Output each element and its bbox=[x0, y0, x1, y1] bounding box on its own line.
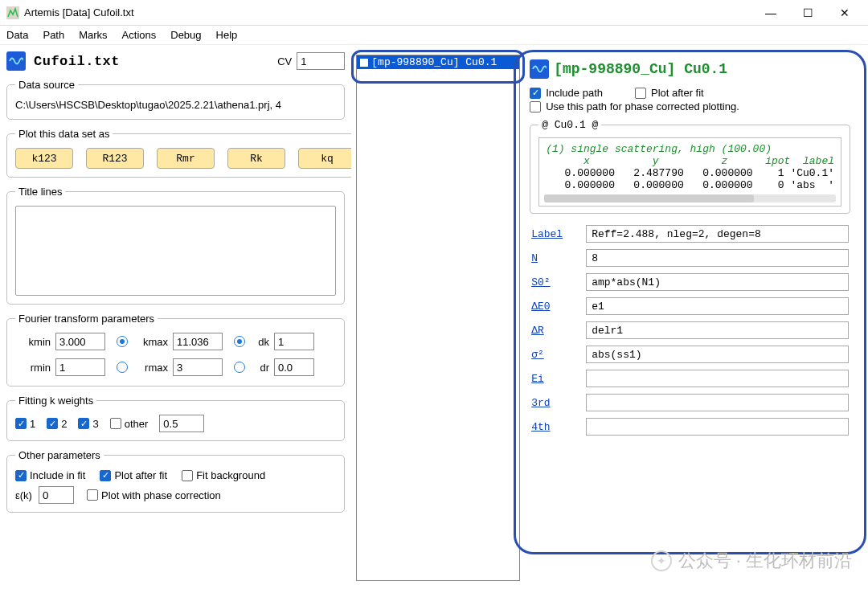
dk-label: dk bbox=[250, 336, 274, 348]
other-params-group: Other parameters Include in fit Plot aft… bbox=[6, 449, 345, 513]
plot-after-fit-right-checkbox[interactable] bbox=[635, 88, 646, 99]
kmax-radio[interactable] bbox=[234, 336, 245, 347]
ft-legend: Fourier transform parameters bbox=[15, 313, 158, 325]
rmin-input[interactable] bbox=[55, 358, 105, 376]
plot-after-fit-right-label: Plot after fit bbox=[651, 87, 704, 99]
param-input-Label[interactable]: Reff=2.488, nleg=2, degen=8 bbox=[586, 225, 849, 243]
param-label-4th[interactable]: 4th bbox=[531, 421, 575, 433]
dr-input[interactable] bbox=[274, 358, 314, 376]
scatter-textbox[interactable]: (1) single scattering, high (100.00) x y… bbox=[538, 137, 841, 207]
scatter-group: @ Cu0.1 @ (1) single scattering, high (1… bbox=[530, 119, 850, 214]
param-label-Ei[interactable]: Ei bbox=[531, 373, 575, 385]
rmax-radio[interactable] bbox=[234, 362, 245, 373]
wechat-icon: ✦ bbox=[651, 550, 672, 571]
param-label-3rd[interactable]: 3rd bbox=[531, 397, 575, 409]
kmin-input[interactable] bbox=[55, 333, 105, 350]
kmax-input[interactable] bbox=[173, 333, 223, 350]
plot-btn-r123[interactable]: R123 bbox=[86, 148, 144, 169]
path-detail-panel: [mp-998890_Cu] Cu0.1 Include path Plot a… bbox=[515, 45, 868, 589]
kmin-radio[interactable] bbox=[117, 336, 128, 347]
maximize-button[interactable]: ☐ bbox=[789, 0, 826, 26]
kmin-label: kmin bbox=[15, 336, 55, 348]
menu-data[interactable]: Data bbox=[6, 29, 28, 41]
param-label-dR[interactable]: ΔR bbox=[531, 325, 575, 337]
include-fit-checkbox[interactable] bbox=[15, 470, 27, 481]
param-input-dR[interactable]: delr1 bbox=[586, 321, 849, 339]
param-label-E0[interactable]: ΔE0 bbox=[531, 301, 575, 313]
data-source-legend: Data source bbox=[15, 79, 78, 91]
data-panel: Cufoil.txt CV Data source C:\Users\HSCSB… bbox=[0, 45, 351, 589]
path-list-panel: [mp-998890_Cu] Cu0.1 bbox=[351, 45, 515, 589]
use-phase-label: Use this path for phase corrected plotti… bbox=[546, 100, 739, 112]
menubar: Data Path Marks Actions Debug Help bbox=[0, 26, 868, 45]
path-item-checkbox[interactable] bbox=[360, 59, 368, 67]
wave-icon bbox=[6, 51, 26, 71]
use-phase-checkbox[interactable] bbox=[530, 101, 541, 112]
param-input-E0[interactable]: e1 bbox=[586, 297, 849, 315]
phase-corr-label: Plot with phase correction bbox=[101, 489, 221, 501]
param-input-S02[interactable]: amp*abs(N1) bbox=[586, 273, 849, 291]
param-label-sigma2[interactable]: σ² bbox=[531, 349, 575, 361]
minimize-button[interactable]: — bbox=[752, 0, 789, 26]
window-titlebar: Artemis [Data] Cufoil.txt — ☐ ✕ bbox=[0, 0, 868, 26]
kw-other-input[interactable] bbox=[159, 415, 204, 432]
fit-bg-checkbox[interactable] bbox=[182, 470, 193, 481]
path-list[interactable]: [mp-998890_Cu] Cu0.1 bbox=[356, 55, 520, 581]
kw2-checkbox[interactable] bbox=[47, 418, 58, 429]
kweights-group: Fitting k weights 1 2 3 other bbox=[6, 395, 345, 441]
scatter-row-1: 0.000000 2.487790 0.000000 1 'Cu0.1' bbox=[546, 167, 834, 179]
kw3-checkbox[interactable] bbox=[78, 418, 89, 429]
param-input-Ei[interactable] bbox=[586, 370, 849, 387]
watermark-text: 公众号 · 生化环材前沿 bbox=[678, 549, 852, 573]
plot-after-fit-checkbox[interactable] bbox=[100, 470, 111, 481]
title-lines-legend: Title lines bbox=[15, 186, 65, 198]
rmax-input[interactable] bbox=[173, 358, 223, 376]
kmax-label: kmax bbox=[133, 336, 173, 348]
close-button[interactable]: ✕ bbox=[826, 0, 863, 26]
param-input-3rd[interactable] bbox=[586, 394, 849, 411]
ft-group: Fourier transform parameters kmin kmax d… bbox=[6, 313, 345, 387]
kw1-label: 1 bbox=[30, 418, 35, 430]
ek-input[interactable] bbox=[39, 486, 74, 504]
title-lines-area[interactable] bbox=[15, 206, 336, 296]
kw1-checkbox[interactable] bbox=[15, 418, 27, 429]
kw2-label: 2 bbox=[61, 418, 67, 430]
param-label-Label[interactable]: Label bbox=[531, 228, 575, 240]
kw-other-label: other bbox=[125, 418, 149, 430]
path-list-item[interactable]: [mp-998890_Cu] Cu0.1 bbox=[357, 55, 519, 69]
ek-label: ε(k) bbox=[15, 489, 32, 501]
plot-as-group: Plot this data set as k123 R123 Rmr Rk k… bbox=[6, 128, 351, 178]
scatter-desc: (1) single scattering, high (100.00) bbox=[546, 143, 834, 155]
wave-icon-right bbox=[530, 59, 549, 79]
scatter-header: x y z ipot label bbox=[546, 155, 834, 167]
menu-path[interactable]: Path bbox=[43, 29, 64, 41]
dk-input[interactable] bbox=[274, 333, 314, 350]
path-item-label: [mp-998890_Cu] Cu0.1 bbox=[371, 56, 497, 68]
plot-btn-rmr[interactable]: Rmr bbox=[157, 148, 215, 169]
window-title: Artemis [Data] Cufoil.txt bbox=[24, 6, 134, 18]
plot-after-fit-label: Plot after fit bbox=[114, 469, 167, 481]
include-path-checkbox[interactable] bbox=[530, 88, 541, 99]
param-input-sigma2[interactable]: abs(ss1) bbox=[586, 346, 849, 363]
app-icon bbox=[6, 6, 19, 19]
scatter-hscroll[interactable] bbox=[544, 194, 836, 202]
cv-input[interactable] bbox=[297, 52, 345, 70]
rmin-radio[interactable] bbox=[117, 362, 128, 373]
rmin-label: rmin bbox=[15, 362, 55, 374]
watermark: ✦ 公众号 · 生化环材前沿 bbox=[651, 549, 852, 573]
param-input-4th[interactable] bbox=[586, 418, 849, 436]
plot-btn-k123[interactable]: k123 bbox=[15, 148, 73, 169]
menu-actions[interactable]: Actions bbox=[122, 29, 157, 41]
phase-corr-checkbox[interactable] bbox=[87, 489, 98, 501]
param-label-S02[interactable]: S0² bbox=[531, 276, 575, 288]
kw-other-checkbox[interactable] bbox=[110, 418, 121, 429]
menu-help[interactable]: Help bbox=[216, 29, 238, 41]
menu-debug[interactable]: Debug bbox=[170, 29, 201, 41]
param-input-N[interactable]: 8 bbox=[586, 249, 849, 267]
plot-btn-rk[interactable]: Rk bbox=[227, 148, 285, 169]
title-lines-group: Title lines bbox=[6, 186, 345, 305]
scatter-row-2: 0.000000 0.000000 0.000000 0 'abs ' bbox=[546, 179, 834, 191]
plot-btn-kq[interactable]: kq bbox=[298, 148, 351, 169]
param-label-N[interactable]: N bbox=[531, 252, 575, 264]
menu-marks[interactable]: Marks bbox=[79, 29, 107, 41]
